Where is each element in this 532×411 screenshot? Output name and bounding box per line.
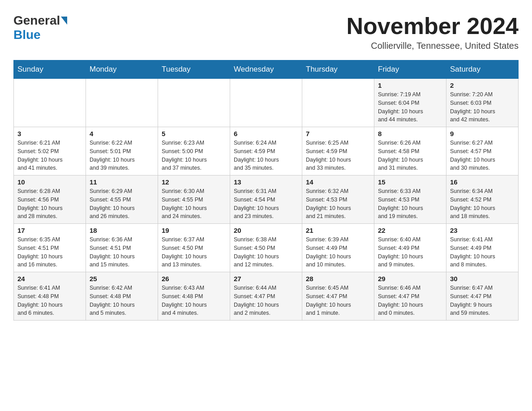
calendar-cell [302,79,374,127]
day-info: Sunrise: 6:41 AM Sunset: 4:48 PM Dayligh… [17,284,82,317]
day-number: 30 [450,275,515,283]
calendar-cell: 18Sunrise: 6:36 AM Sunset: 4:51 PM Dayli… [86,224,158,272]
day-number: 16 [450,178,515,186]
calendar-cell [230,79,302,127]
day-number: 27 [234,275,298,283]
weekday-header-row: SundayMondayTuesdayWednesdayThursdayFrid… [14,60,519,79]
day-info: Sunrise: 6:44 AM Sunset: 4:47 PM Dayligh… [234,284,298,317]
day-number: 21 [306,227,370,234]
calendar-cell [86,79,158,127]
day-number: 22 [378,227,442,234]
calendar-week-row: 10Sunrise: 6:28 AM Sunset: 4:56 PM Dayli… [14,176,519,224]
calendar-cell: 11Sunrise: 6:29 AM Sunset: 4:55 PM Dayli… [86,176,158,224]
day-number: 13 [234,178,298,186]
day-number: 18 [90,227,154,234]
day-info: Sunrise: 6:31 AM Sunset: 4:54 PM Dayligh… [234,187,298,221]
weekday-header-wednesday: Wednesday [230,60,302,79]
calendar-cell: 17Sunrise: 6:35 AM Sunset: 4:51 PM Dayli… [14,224,86,272]
day-info: Sunrise: 6:42 AM Sunset: 4:48 PM Dayligh… [90,284,154,317]
calendar-cell: 12Sunrise: 6:30 AM Sunset: 4:55 PM Dayli… [158,176,230,224]
weekday-header-thursday: Thursday [302,60,374,79]
logo-blue-text: Blue [13,28,41,42]
day-info: Sunrise: 6:34 AM Sunset: 4:52 PM Dayligh… [450,187,515,221]
day-number: 25 [90,275,154,283]
day-info: Sunrise: 6:25 AM Sunset: 4:59 PM Dayligh… [306,139,370,172]
day-number: 5 [162,130,226,137]
day-number: 11 [90,178,154,186]
calendar-cell: 2Sunrise: 7:20 AM Sunset: 6:03 PM Daylig… [446,79,519,127]
day-info: Sunrise: 6:29 AM Sunset: 4:55 PM Dayligh… [90,187,154,221]
day-info: Sunrise: 6:46 AM Sunset: 4:47 PM Dayligh… [378,284,442,317]
day-number: 19 [162,227,226,234]
day-info: Sunrise: 6:41 AM Sunset: 4:49 PM Dayligh… [450,235,515,269]
day-info: Sunrise: 6:21 AM Sunset: 5:02 PM Dayligh… [17,139,82,172]
day-info: Sunrise: 6:35 AM Sunset: 4:51 PM Dayligh… [17,235,82,269]
weekday-header-monday: Monday [86,60,158,79]
day-number: 1 [378,81,442,89]
calendar-cell: 10Sunrise: 6:28 AM Sunset: 4:56 PM Dayli… [14,176,86,224]
calendar-cell: 25Sunrise: 6:42 AM Sunset: 4:48 PM Dayli… [86,272,158,321]
calendar-cell: 30Sunrise: 6:47 AM Sunset: 4:47 PM Dayli… [446,272,519,321]
day-info: Sunrise: 6:27 AM Sunset: 4:57 PM Dayligh… [450,139,515,172]
calendar-cell: 1Sunrise: 7:19 AM Sunset: 6:04 PM Daylig… [374,79,446,127]
calendar-cell: 19Sunrise: 6:37 AM Sunset: 4:50 PM Dayli… [158,224,230,272]
location: Collierville, Tennessee, United States [347,41,519,51]
day-number: 2 [450,81,515,89]
day-number: 24 [17,275,82,283]
calendar-week-row: 1Sunrise: 7:19 AM Sunset: 6:04 PM Daylig… [14,79,519,127]
logo-general-text: General [13,13,60,28]
day-number: 17 [17,227,82,234]
logo: General Blue [13,13,68,42]
day-info: Sunrise: 6:23 AM Sunset: 5:00 PM Dayligh… [162,139,226,172]
day-number: 23 [450,227,515,234]
day-info: Sunrise: 6:37 AM Sunset: 4:50 PM Dayligh… [162,235,226,269]
day-number: 15 [378,178,442,186]
calendar-cell: 27Sunrise: 6:44 AM Sunset: 4:47 PM Dayli… [230,272,302,321]
day-info: Sunrise: 6:26 AM Sunset: 4:58 PM Dayligh… [378,139,442,172]
calendar-cell: 14Sunrise: 6:32 AM Sunset: 4:53 PM Dayli… [302,176,374,224]
day-number: 29 [378,275,442,283]
calendar-cell: 28Sunrise: 6:45 AM Sunset: 4:47 PM Dayli… [302,272,374,321]
calendar-cell: 13Sunrise: 6:31 AM Sunset: 4:54 PM Dayli… [230,176,302,224]
day-number: 26 [162,275,226,283]
weekday-header-friday: Friday [374,60,446,79]
weekday-header-tuesday: Tuesday [158,60,230,79]
calendar-week-row: 17Sunrise: 6:35 AM Sunset: 4:51 PM Dayli… [14,224,519,272]
day-info: Sunrise: 6:28 AM Sunset: 4:56 PM Dayligh… [17,187,82,221]
day-info: Sunrise: 6:24 AM Sunset: 4:59 PM Dayligh… [234,139,298,172]
day-number: 28 [306,275,370,283]
calendar-cell: 6Sunrise: 6:24 AM Sunset: 4:59 PM Daylig… [230,127,302,176]
day-number: 12 [162,178,226,186]
day-info: Sunrise: 6:33 AM Sunset: 4:53 PM Dayligh… [378,187,442,221]
title-block: November 2024 Collierville, Tennessee, U… [347,13,519,51]
calendar-cell: 3Sunrise: 6:21 AM Sunset: 5:02 PM Daylig… [14,127,86,176]
calendar-table: SundayMondayTuesdayWednesdayThursdayFrid… [13,60,519,321]
weekday-header-saturday: Saturday [446,60,519,79]
calendar-cell: 8Sunrise: 6:26 AM Sunset: 4:58 PM Daylig… [374,127,446,176]
day-info: Sunrise: 7:20 AM Sunset: 6:03 PM Dayligh… [450,90,515,124]
day-number: 14 [306,178,370,186]
day-info: Sunrise: 7:19 AM Sunset: 6:04 PM Dayligh… [378,90,442,124]
day-info: Sunrise: 6:38 AM Sunset: 4:50 PM Dayligh… [234,235,298,269]
calendar-cell: 15Sunrise: 6:33 AM Sunset: 4:53 PM Dayli… [374,176,446,224]
calendar-cell: 20Sunrise: 6:38 AM Sunset: 4:50 PM Dayli… [230,224,302,272]
calendar-cell [14,79,86,127]
calendar-week-row: 3Sunrise: 6:21 AM Sunset: 5:02 PM Daylig… [14,127,519,176]
day-number: 8 [378,130,442,137]
day-info: Sunrise: 6:40 AM Sunset: 4:49 PM Dayligh… [378,235,442,269]
calendar-cell: 24Sunrise: 6:41 AM Sunset: 4:48 PM Dayli… [14,272,86,321]
calendar-cell: 16Sunrise: 6:34 AM Sunset: 4:52 PM Dayli… [446,176,519,224]
calendar-week-row: 24Sunrise: 6:41 AM Sunset: 4:48 PM Dayli… [14,272,519,321]
day-number: 7 [306,130,370,137]
calendar-cell: 5Sunrise: 6:23 AM Sunset: 5:00 PM Daylig… [158,127,230,176]
calendar-cell: 4Sunrise: 6:22 AM Sunset: 5:01 PM Daylig… [86,127,158,176]
day-number: 4 [90,130,154,137]
logo-arrow-icon [61,17,67,25]
day-number: 10 [17,178,82,186]
month-title: November 2024 [347,13,519,39]
day-info: Sunrise: 6:43 AM Sunset: 4:48 PM Dayligh… [162,284,226,317]
calendar-cell: 7Sunrise: 6:25 AM Sunset: 4:59 PM Daylig… [302,127,374,176]
day-info: Sunrise: 6:22 AM Sunset: 5:01 PM Dayligh… [90,139,154,172]
day-info: Sunrise: 6:30 AM Sunset: 4:55 PM Dayligh… [162,187,226,221]
calendar-cell: 22Sunrise: 6:40 AM Sunset: 4:49 PM Dayli… [374,224,446,272]
